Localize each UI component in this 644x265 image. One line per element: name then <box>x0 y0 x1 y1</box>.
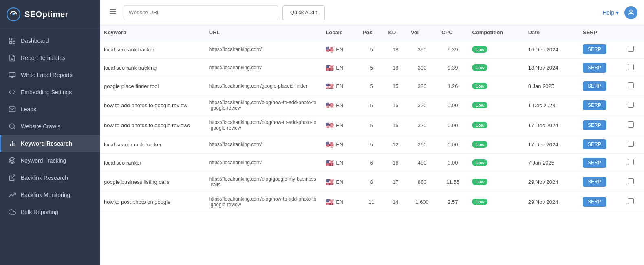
cell-serp[interactable]: SERP <box>579 172 624 192</box>
row-checkbox[interactable] <box>628 159 634 165</box>
cell-serp[interactable]: SERP <box>579 135 624 154</box>
serp-button[interactable]: SERP <box>583 63 606 73</box>
svg-point-19 <box>12 160 13 161</box>
flag-icon: 🇺🇸 <box>326 141 334 148</box>
svg-point-18 <box>11 159 14 163</box>
sidebar-label-dashboard: Dashboard <box>21 38 49 44</box>
serp-button[interactable]: SERP <box>583 139 606 149</box>
sidebar-item-website-crawls[interactable]: Website Crawls <box>0 118 100 135</box>
row-checkbox[interactable] <box>628 178 634 184</box>
serp-button[interactable]: SERP <box>583 81 606 91</box>
sidebar-item-dashboard[interactable]: Dashboard <box>0 32 100 49</box>
cell-vol: 320 <box>407 115 437 135</box>
cell-pos: 11 <box>359 192 384 212</box>
cell-cpc: 0.00 <box>437 135 468 154</box>
competition-badge: Low <box>472 102 487 108</box>
col-kd: KD <box>384 25 407 40</box>
bar-chart-icon <box>9 140 16 147</box>
serp-button[interactable]: SERP <box>583 197 606 207</box>
cell-url: https://localranking.com/blog/how-to-add… <box>205 95 322 115</box>
help-label: Help <box>602 9 614 16</box>
cell-serp[interactable]: SERP <box>579 95 624 115</box>
cell-competition: Low <box>468 59 524 77</box>
serp-button[interactable]: SERP <box>583 158 606 168</box>
table-row: how to add photos to google reviews http… <box>100 115 644 135</box>
cell-checkbox[interactable] <box>624 95 644 115</box>
serp-button[interactable]: SERP <box>583 177 606 187</box>
row-checkbox[interactable] <box>628 46 634 52</box>
help-button[interactable]: Help ▾ <box>602 9 619 16</box>
cell-kd: 15 <box>384 95 407 115</box>
competition-badge: Low <box>472 179 487 185</box>
cell-date: 8 Jan 2025 <box>524 77 579 95</box>
sidebar-item-keyword-research[interactable]: Keyword Research <box>0 135 100 152</box>
table-row: local seo rank tracker https://localrank… <box>100 40 644 59</box>
cell-locale: 🇺🇸 EN <box>322 77 358 95</box>
row-checkbox[interactable] <box>628 64 634 70</box>
cell-competition: Low <box>468 192 524 212</box>
cell-competition: Low <box>468 172 524 192</box>
row-checkbox[interactable] <box>628 198 634 204</box>
cell-pos: 5 <box>359 95 384 115</box>
serp-button[interactable]: SERP <box>583 100 606 110</box>
cell-checkbox[interactable] <box>624 172 644 192</box>
cell-checkbox[interactable] <box>624 135 644 154</box>
sidebar-item-keyword-tracking[interactable]: Keyword Tracking <box>0 152 100 169</box>
locale-code: EN <box>336 160 343 166</box>
cell-checkbox[interactable] <box>624 115 644 135</box>
flag-icon: 🇺🇸 <box>326 121 334 129</box>
cell-serp[interactable]: SERP <box>579 115 624 135</box>
cell-checkbox[interactable] <box>624 59 644 77</box>
sidebar-item-backlink-research[interactable]: Backlink Research <box>0 169 100 186</box>
cell-checkbox[interactable] <box>624 192 644 212</box>
sidebar-item-embedding-settings[interactable]: Embedding Settings <box>0 84 100 101</box>
cell-serp[interactable]: SERP <box>579 192 624 212</box>
locale-code: EN <box>336 179 343 185</box>
sidebar-item-leads[interactable]: Leads <box>0 101 100 118</box>
serp-button[interactable]: SERP <box>583 44 606 54</box>
cell-serp[interactable]: SERP <box>579 154 624 172</box>
cell-serp[interactable]: SERP <box>579 59 624 77</box>
quick-audit-button[interactable]: Quick Audit <box>282 5 325 20</box>
row-checkbox[interactable] <box>628 141 634 147</box>
row-checkbox[interactable] <box>628 121 634 128</box>
cell-serp[interactable]: SERP <box>579 77 624 95</box>
sidebar-label-website-crawls: Website Crawls <box>21 123 60 130</box>
cell-kd: 16 <box>384 154 407 172</box>
header-right: Help ▾ <box>602 6 637 19</box>
sidebar-item-report-templates[interactable]: Report Templates <box>0 49 100 66</box>
sidebar-label-report-templates: Report Templates <box>21 55 65 61</box>
cell-kd: 15 <box>384 77 407 95</box>
url-input[interactable] <box>124 5 278 20</box>
cell-checkbox[interactable] <box>624 40 644 59</box>
svg-rect-9 <box>9 72 15 77</box>
sidebar-logo-text: SEOptimer <box>24 10 68 19</box>
monitor-icon <box>9 71 16 79</box>
sidebar-item-backlink-monitoring[interactable]: Backlink Monitoring <box>0 186 100 203</box>
hamburger-button[interactable] <box>106 5 119 20</box>
cell-locale: 🇺🇸 EN <box>322 135 358 154</box>
cell-vol: 390 <box>407 59 437 77</box>
cell-vol: 260 <box>407 135 437 154</box>
cell-keyword: local seo rank tracking <box>100 59 205 77</box>
sidebar-item-white-label-reports[interactable]: White Label Reports <box>0 66 100 84</box>
cell-keyword: google place finder tool <box>100 77 205 95</box>
user-avatar[interactable] <box>624 6 637 19</box>
cell-pos: 8 <box>359 172 384 192</box>
cell-checkbox[interactable] <box>624 77 644 95</box>
cell-kd: 18 <box>384 59 407 77</box>
cell-locale: 🇺🇸 EN <box>322 95 358 115</box>
cell-locale: 🇺🇸 EN <box>322 154 358 172</box>
cell-checkbox[interactable] <box>624 154 644 172</box>
row-checkbox[interactable] <box>628 102 634 108</box>
flag-icon: 🇺🇸 <box>326 159 334 167</box>
cell-pos: 5 <box>359 135 384 154</box>
row-checkbox[interactable] <box>628 82 634 88</box>
serp-button[interactable]: SERP <box>583 120 606 130</box>
cell-locale: 🇺🇸 EN <box>322 115 358 135</box>
cell-cpc: 0.00 <box>437 95 468 115</box>
cell-serp[interactable]: SERP <box>579 40 624 59</box>
external-link-icon <box>9 174 16 181</box>
sidebar-item-bulk-reporting[interactable]: Bulk Reporting <box>0 203 100 221</box>
col-competition: Competition <box>468 25 524 40</box>
